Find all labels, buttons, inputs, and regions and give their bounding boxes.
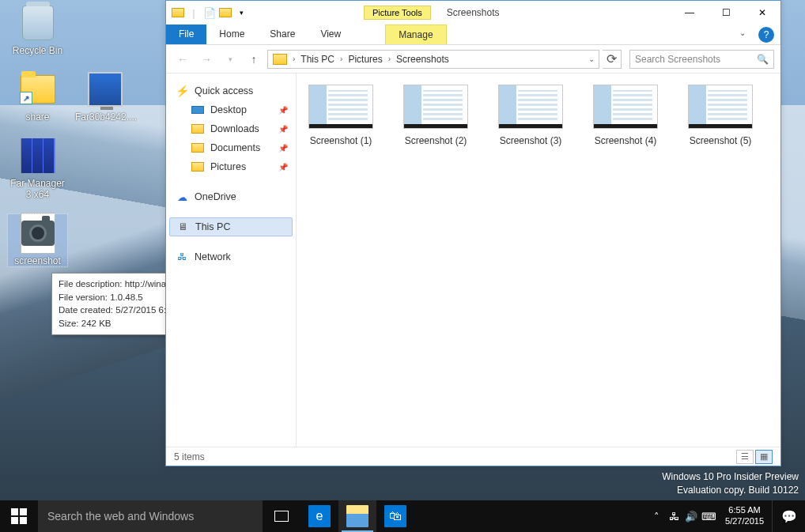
back-button[interactable]: ← xyxy=(172,49,193,70)
thumbnail-icon xyxy=(308,85,373,129)
navigation-tree: ⚡Quick access Desktop📌 Downloads📌 Docume… xyxy=(166,74,297,447)
installer-icon xyxy=(86,70,124,108)
breadcrumb-thispc[interactable]: This PC xyxy=(297,54,338,65)
file-list[interactable]: Screenshot (1) Screenshot (2) Screenshot… xyxy=(297,74,780,447)
star-icon: ⚡ xyxy=(176,85,188,97)
pin-icon: 📌 xyxy=(278,125,288,134)
far-manager-icon xyxy=(19,137,57,175)
camera-icon xyxy=(19,214,57,252)
qat-newfolder-icon[interactable] xyxy=(218,6,232,20)
chevron-right-icon[interactable]: › xyxy=(338,55,345,63)
watermark-line2: Evaluation copy. Build 10122 xyxy=(662,484,799,497)
pin-icon: 📌 xyxy=(278,163,288,172)
view-thumbnails-button[interactable]: ▦ xyxy=(755,450,773,464)
folder-icon xyxy=(191,141,204,154)
tree-documents[interactable]: Documents📌 xyxy=(169,138,293,157)
notification-icon: 💬 xyxy=(781,509,797,524)
titlebar[interactable]: | 📄 ▾ Picture Tools Screenshots — ☐ ✕ xyxy=(166,1,780,25)
tray-keyboard-icon[interactable]: ⌨ xyxy=(700,511,717,523)
file-item[interactable]: Screenshot (4) xyxy=(589,85,662,146)
tray-overflow-icon[interactable]: ˄ xyxy=(648,511,665,523)
search-placeholder: Search Screenshots xyxy=(635,54,720,65)
qat-divider: | xyxy=(187,6,201,20)
taskbar-search-input[interactable]: Search the web and Windows xyxy=(38,500,263,532)
ribbon-tabs: File Home Share View Manage ⌄ ? xyxy=(166,25,780,45)
file-item[interactable]: Screenshot (1) xyxy=(304,85,377,146)
tray-volume-icon[interactable]: 🔊 xyxy=(682,511,700,523)
tree-this-pc[interactable]: 🖥This PC xyxy=(169,217,293,236)
tree-downloads[interactable]: Downloads📌 xyxy=(169,119,293,138)
status-bar: 5 items ☰ ▦ xyxy=(166,447,780,466)
recycle-bin[interactable]: Recycle Bin xyxy=(8,4,67,56)
qat-folder-icon[interactable] xyxy=(171,6,185,20)
screenshot-label: screenshot xyxy=(8,255,67,266)
pc-icon: 🖥 xyxy=(176,221,189,233)
taskbar-edge[interactable]: e xyxy=(300,500,338,532)
taskbar-store[interactable]: 🛍 xyxy=(376,500,414,532)
status-count: 5 items xyxy=(174,451,205,462)
qat-properties-icon[interactable]: 📄 xyxy=(202,6,217,20)
tab-home[interactable]: Home xyxy=(206,25,257,44)
system-tray: ˄ 🖧 🔊 ⌨ 6:55 AM 5/27/2015 💬 xyxy=(648,500,805,532)
file-item[interactable]: Screenshot (3) xyxy=(494,85,567,146)
tree-desktop-label: Desktop xyxy=(210,104,247,115)
tray-clock[interactable]: 6:55 AM 5/27/2015 xyxy=(717,505,772,527)
tree-onedrive-label: OneDrive xyxy=(195,191,236,202)
file-name: Screenshot (5) xyxy=(684,135,757,146)
taskbar-search-placeholder: Search the web and Windows xyxy=(47,510,194,523)
far-manager-label: Far Manager 3 x64 xyxy=(8,178,67,200)
far-manager-shortcut[interactable]: Far Manager 3 x64 xyxy=(8,137,67,200)
navigation-bar: ← → ▾ ↑ › This PC › Pictures › Screensho… xyxy=(166,45,780,74)
maximize-button[interactable]: ☐ xyxy=(708,1,744,25)
share-folder-shortcut[interactable]: ↗ share xyxy=(8,70,67,123)
explorer-icon xyxy=(346,505,368,527)
tree-thispc-label: This PC xyxy=(195,221,230,232)
folder-icon: ↗ xyxy=(19,70,57,108)
windows-logo-icon xyxy=(11,508,27,524)
tab-share[interactable]: Share xyxy=(257,25,308,44)
chevron-right-icon[interactable]: › xyxy=(290,55,297,63)
tree-desktop[interactable]: Desktop📌 xyxy=(169,100,293,119)
breadcrumb-screenshots[interactable]: Screenshots xyxy=(393,54,452,65)
view-details-button[interactable]: ☰ xyxy=(736,450,754,464)
up-button[interactable]: ↑ xyxy=(244,49,264,70)
tray-network-icon[interactable]: 🖧 xyxy=(665,511,682,523)
help-icon[interactable]: ? xyxy=(758,27,774,43)
chevron-right-icon[interactable]: › xyxy=(386,55,393,63)
folder-icon xyxy=(191,160,204,173)
address-dropdown-icon[interactable]: ⌄ xyxy=(586,55,597,63)
watermark-line1: Windows 10 Pro Insider Preview xyxy=(662,470,799,484)
breadcrumb-pictures[interactable]: Pictures xyxy=(345,54,385,65)
recent-dropdown-icon[interactable]: ▾ xyxy=(220,49,240,70)
tree-onedrive[interactable]: ☁OneDrive xyxy=(169,187,293,206)
start-button[interactable] xyxy=(0,500,38,532)
search-icon: 🔍 xyxy=(757,54,769,65)
tab-manage[interactable]: Manage xyxy=(385,25,446,44)
search-input[interactable]: Search Screenshots 🔍 xyxy=(629,50,774,69)
action-center-button[interactable]: 💬 xyxy=(772,500,805,532)
clock-date: 5/27/2015 xyxy=(725,516,764,527)
tree-network-label: Network xyxy=(195,251,231,262)
close-button[interactable]: ✕ xyxy=(744,1,780,25)
qat-dropdown-icon[interactable]: ▾ xyxy=(234,6,248,20)
tab-file[interactable]: File xyxy=(166,25,206,44)
minimize-button[interactable]: — xyxy=(671,1,708,25)
address-bar[interactable]: › This PC › Pictures › Screenshots ⌄ xyxy=(267,50,599,69)
thumbnail-icon xyxy=(593,85,658,129)
ribbon-expand-icon[interactable]: ⌄ xyxy=(733,25,752,44)
screenshot-exe[interactable]: screenshot xyxy=(8,214,67,266)
tree-quick-access[interactable]: ⚡Quick access xyxy=(169,81,293,100)
file-item[interactable]: Screenshot (2) xyxy=(399,85,472,146)
forward-button[interactable]: → xyxy=(196,49,217,70)
recycle-bin-label: Recycle Bin xyxy=(8,45,67,56)
file-item[interactable]: Screenshot (5) xyxy=(684,85,757,146)
refresh-button[interactable]: ⟳ xyxy=(603,50,622,69)
far-setup-exe[interactable]: Far30b4242.... xyxy=(75,70,134,123)
recycle-bin-icon xyxy=(19,4,57,42)
taskbar-explorer[interactable] xyxy=(338,500,376,532)
task-view-button[interactable] xyxy=(263,500,300,532)
tab-view[interactable]: View xyxy=(308,25,353,44)
tree-pictures[interactable]: Pictures📌 xyxy=(169,157,293,176)
tree-network[interactable]: 🖧Network xyxy=(169,247,293,266)
network-icon: 🖧 xyxy=(176,251,188,263)
